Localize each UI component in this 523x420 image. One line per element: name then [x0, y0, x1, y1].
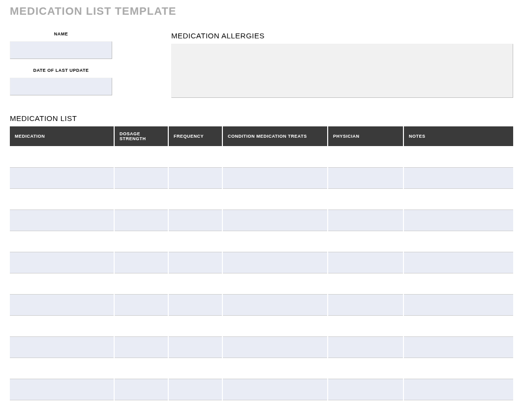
notes-input[interactable]	[408, 148, 509, 165]
top-section: NAME DATE OF LAST UPDATE MEDICATION ALLE…	[10, 31, 513, 104]
dosage-input[interactable]	[119, 191, 164, 208]
dosage-input[interactable]	[119, 212, 164, 229]
condition-input[interactable]	[227, 191, 323, 208]
medication-input[interactable]	[14, 148, 110, 165]
frequency-input[interactable]	[173, 360, 218, 377]
frequency-input[interactable]	[173, 339, 218, 356]
medication-table: MEDICATION DOSAGE STRENGTH FREQUENCY CON…	[10, 126, 513, 420]
physician-input[interactable]	[332, 254, 399, 271]
physician-input[interactable]	[332, 170, 399, 186]
condition-input[interactable]	[227, 402, 323, 419]
physician-input[interactable]	[332, 402, 399, 419]
table-header-row: MEDICATION DOSAGE STRENGTH FREQUENCY CON…	[10, 126, 513, 146]
physician-input[interactable]	[332, 297, 399, 313]
frequency-input[interactable]	[173, 148, 218, 165]
frequency-input[interactable]	[173, 254, 218, 271]
table-row	[10, 315, 513, 336]
physician-input[interactable]	[332, 148, 399, 165]
medication-input[interactable]	[14, 254, 110, 271]
notes-input[interactable]	[408, 381, 509, 398]
dosage-input[interactable]	[119, 170, 164, 186]
condition-input[interactable]	[227, 360, 323, 377]
frequency-input[interactable]	[173, 297, 218, 313]
frequency-input[interactable]	[173, 381, 218, 398]
dosage-input[interactable]	[119, 318, 164, 334]
frequency-input[interactable]	[173, 318, 218, 334]
cell-frequency	[168, 379, 222, 400]
notes-input[interactable]	[408, 191, 509, 208]
condition-input[interactable]	[227, 381, 323, 398]
medication-input[interactable]	[14, 381, 110, 398]
medication-input[interactable]	[14, 297, 110, 313]
medication-input[interactable]	[14, 360, 110, 377]
medication-input[interactable]	[14, 212, 110, 229]
frequency-input[interactable]	[173, 191, 218, 208]
condition-input[interactable]	[227, 233, 323, 250]
condition-input[interactable]	[227, 212, 323, 229]
cell-notes	[403, 315, 513, 336]
notes-input[interactable]	[408, 212, 509, 229]
dosage-input[interactable]	[119, 233, 164, 250]
condition-input[interactable]	[227, 339, 323, 356]
condition-input[interactable]	[227, 275, 323, 292]
medication-input[interactable]	[14, 233, 110, 250]
physician-input[interactable]	[332, 381, 399, 398]
notes-input[interactable]	[408, 318, 509, 334]
cell-frequency	[168, 231, 222, 252]
cell-dosage	[114, 231, 168, 252]
table-row	[10, 294, 513, 315]
medication-input[interactable]	[14, 339, 110, 356]
condition-input[interactable]	[227, 170, 323, 186]
dosage-input[interactable]	[119, 297, 164, 313]
frequency-input[interactable]	[173, 402, 218, 419]
notes-input[interactable]	[408, 233, 509, 250]
medication-list-title: MEDICATION LIST	[10, 114, 513, 122]
condition-input[interactable]	[227, 254, 323, 271]
dosage-input[interactable]	[119, 254, 164, 271]
medication-input[interactable]	[14, 275, 110, 292]
frequency-input[interactable]	[173, 233, 218, 250]
dosage-input[interactable]	[119, 381, 164, 398]
notes-input[interactable]	[408, 402, 509, 419]
medication-input[interactable]	[14, 318, 110, 334]
cell-dosage	[114, 273, 168, 294]
medication-input[interactable]	[14, 170, 110, 186]
physician-input[interactable]	[332, 212, 399, 229]
notes-input[interactable]	[408, 275, 509, 292]
physician-input[interactable]	[332, 318, 399, 334]
notes-input[interactable]	[408, 170, 509, 186]
col-header-dosage: DOSAGE STRENGTH	[114, 126, 168, 146]
cell-frequency	[168, 167, 222, 188]
dosage-input[interactable]	[119, 148, 164, 165]
physician-input[interactable]	[332, 233, 399, 250]
cell-frequency	[168, 188, 222, 210]
physician-input[interactable]	[332, 339, 399, 356]
dosage-input[interactable]	[119, 339, 164, 356]
condition-input[interactable]	[227, 318, 323, 334]
medication-list-section: MEDICATION LIST MEDICATION DOSAGE STRENG…	[10, 114, 513, 420]
notes-input[interactable]	[408, 254, 509, 271]
name-input[interactable]	[10, 41, 112, 59]
notes-input[interactable]	[408, 297, 509, 313]
frequency-input[interactable]	[173, 275, 218, 292]
notes-input[interactable]	[408, 339, 509, 356]
medication-input[interactable]	[14, 191, 110, 208]
cell-frequency	[168, 146, 222, 167]
allergies-input[interactable]	[171, 44, 513, 98]
physician-input[interactable]	[332, 360, 399, 377]
frequency-input[interactable]	[173, 212, 218, 229]
frequency-input[interactable]	[173, 170, 218, 186]
cell-dosage	[114, 336, 168, 358]
dosage-input[interactable]	[119, 275, 164, 292]
medication-input[interactable]	[14, 402, 110, 419]
dosage-input[interactable]	[119, 360, 164, 377]
physician-input[interactable]	[332, 191, 399, 208]
notes-input[interactable]	[408, 360, 509, 377]
condition-input[interactable]	[227, 297, 323, 313]
date-input[interactable]	[10, 78, 112, 95]
condition-input[interactable]	[227, 148, 323, 165]
col-header-condition: CONDITION MEDICATION TREATS	[222, 126, 328, 146]
physician-input[interactable]	[332, 275, 399, 292]
dosage-input[interactable]	[119, 402, 164, 419]
name-field-group: NAME	[10, 31, 112, 59]
